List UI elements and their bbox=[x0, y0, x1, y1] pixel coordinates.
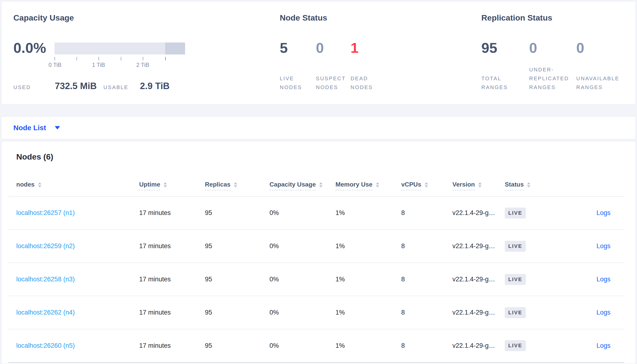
sort-icon bbox=[527, 182, 530, 188]
column-header-nodes[interactable]: nodes bbox=[8, 168, 139, 196]
cluster-overview-page: Capacity Usage 0.0% bbox=[0, 0, 637, 364]
under-replicated-ranges-stat: 0 UNDER- REPLICATED RANGES bbox=[529, 40, 576, 92]
axis-tick-label: 0 TiB bbox=[49, 62, 62, 68]
sort-icon bbox=[319, 182, 323, 188]
axis-tick bbox=[99, 57, 99, 60]
status-badge: LIVE bbox=[505, 208, 526, 218]
axis-tick bbox=[121, 57, 121, 60]
uptime-cell: 17 minutes bbox=[139, 196, 205, 230]
unavailable-ranges-label: UNAVAILABLE RANGES bbox=[576, 74, 635, 92]
column-header-version[interactable]: Version bbox=[452, 168, 505, 196]
column-header-logs bbox=[562, 168, 624, 196]
status-badge: LIVE bbox=[505, 274, 526, 285]
version-cell: v22.1.4-29-g… bbox=[452, 296, 505, 329]
node-list-dropdown[interactable]: Node List bbox=[14, 124, 46, 132]
replicas-cell: 95 bbox=[205, 296, 269, 329]
sort-icon bbox=[38, 182, 41, 188]
replicas-cell: 95 bbox=[205, 230, 269, 263]
node-link[interactable]: localhost:26262 (n4) bbox=[16, 309, 75, 316]
unavailable-ranges-stat: 0 UNAVAILABLE RANGES bbox=[576, 40, 635, 92]
logs-link[interactable]: Logs bbox=[596, 209, 610, 216]
sort-icon bbox=[376, 182, 379, 188]
uptime-cell: 17 minutes bbox=[139, 296, 205, 329]
memory-use-cell: 1% bbox=[336, 196, 401, 230]
axis-tick bbox=[77, 57, 77, 60]
uptime-cell: 17 minutes bbox=[139, 329, 205, 362]
replicas-cell: 95 bbox=[205, 329, 269, 362]
column-header-status[interactable]: Status bbox=[505, 168, 562, 196]
capacity-bar-gauge: 0 TiB 1 TiB 2 TiB bbox=[55, 42, 185, 68]
live-nodes-stat: 5 LIVE NODES bbox=[280, 40, 316, 92]
nodes-table: nodes Uptime Replicas Capacity Usage bbox=[8, 168, 624, 363]
axis-tick-label: 2 TiB bbox=[136, 62, 149, 68]
memory-use-cell: 1% bbox=[336, 263, 401, 296]
capacity-axis: 0 TiB 1 TiB 2 TiB bbox=[55, 54, 185, 68]
usable-label: USABLE bbox=[103, 84, 128, 90]
live-nodes-label: LIVE NODES bbox=[280, 74, 316, 92]
dead-nodes-label: DEAD NODES bbox=[351, 74, 398, 92]
capacity-usage-cell: 0% bbox=[269, 296, 336, 329]
nodes-heading: Nodes (6) bbox=[16, 152, 635, 162]
node-link[interactable]: localhost:26258 (n3) bbox=[16, 276, 75, 283]
table-row: localhost:26260 (n5) 17 minutes 95 0% 1%… bbox=[8, 329, 624, 362]
suspect-nodes-stat: 0 SUSPECT NODES bbox=[316, 40, 351, 92]
used-label: USED bbox=[14, 84, 31, 90]
table-row: localhost:26262 (n4) 17 minutes 95 0% 1%… bbox=[8, 296, 624, 329]
memory-use-cell: 1% bbox=[336, 230, 401, 263]
column-header-capacity-usage[interactable]: Capacity Usage bbox=[269, 168, 336, 196]
version-cell: v22.1.4-29-g… bbox=[452, 329, 505, 362]
total-ranges-stat: 95 TOTAL RANGES bbox=[481, 40, 529, 92]
used-value: 732.5 MiB bbox=[55, 81, 97, 91]
replication-status-section: Replication Status 95 TOTAL RANGES 0 UND… bbox=[481, 13, 635, 104]
column-header-uptime[interactable]: Uptime bbox=[139, 168, 205, 196]
sort-icon bbox=[425, 182, 428, 188]
logs-link[interactable]: Logs bbox=[596, 242, 610, 250]
sort-icon bbox=[164, 182, 167, 188]
replication-status-title: Replication Status bbox=[481, 13, 635, 22]
cluster-summary-panel: Capacity Usage 0.0% bbox=[1, 1, 636, 104]
replicas-cell: 95 bbox=[205, 196, 269, 230]
total-ranges-count: 95 bbox=[481, 40, 529, 56]
logs-link[interactable]: Logs bbox=[596, 309, 610, 316]
node-link[interactable]: localhost:26260 (n5) bbox=[16, 342, 75, 349]
table-header-row: nodes Uptime Replicas Capacity Usage bbox=[8, 168, 624, 196]
vcpus-cell: 8 bbox=[401, 296, 452, 329]
version-cell: v22.1.4-29-g… bbox=[452, 230, 505, 263]
vcpus-cell: 8 bbox=[401, 230, 452, 263]
node-link[interactable]: localhost:26259 (n2) bbox=[16, 242, 75, 250]
capacity-bar-overflow-segment bbox=[165, 42, 185, 54]
suspect-nodes-label: SUSPECT NODES bbox=[316, 74, 351, 92]
axis-tick bbox=[143, 57, 143, 60]
column-header-vcpus[interactable]: vCPUs bbox=[401, 168, 452, 196]
capacity-usage-cell: 0% bbox=[269, 329, 336, 362]
capacity-usage-cell: 0% bbox=[269, 230, 336, 263]
logs-link[interactable]: Logs bbox=[596, 276, 610, 283]
table-row: localhost:26259 (n2) 17 minutes 95 0% 1%… bbox=[8, 230, 624, 263]
axis-tick bbox=[165, 57, 166, 60]
axis-tick-label: 1 TiB bbox=[92, 62, 105, 68]
logs-link[interactable]: Logs bbox=[596, 342, 610, 349]
sort-icon bbox=[234, 182, 237, 188]
dead-nodes-count: 1 bbox=[351, 40, 398, 56]
capacity-usage-section: Capacity Usage 0.0% bbox=[14, 13, 280, 104]
capacity-usage-cell: 0% bbox=[269, 263, 336, 296]
node-status-title: Node Status bbox=[280, 13, 481, 22]
uptime-cell: 17 minutes bbox=[139, 263, 205, 296]
column-header-memory-use[interactable]: Memory Use bbox=[336, 168, 401, 196]
capacity-bar-usable-segment bbox=[55, 42, 165, 54]
capacity-usage-title: Capacity Usage bbox=[14, 13, 280, 22]
axis-tick bbox=[55, 57, 55, 60]
unavailable-ranges-count: 0 bbox=[576, 40, 635, 56]
under-replicated-ranges-label: UNDER- REPLICATED RANGES bbox=[529, 65, 576, 92]
status-badge: LIVE bbox=[505, 241, 526, 252]
vcpus-cell: 8 bbox=[401, 263, 452, 296]
under-replicated-ranges-count: 0 bbox=[529, 40, 576, 56]
suspect-nodes-count: 0 bbox=[316, 40, 351, 56]
view-selector-bar[interactable]: Node List bbox=[1, 116, 636, 139]
table-row: localhost:26257 (n1) 17 minutes 95 0% 1%… bbox=[8, 196, 624, 230]
capacity-usage-cell: 0% bbox=[269, 196, 336, 230]
column-header-replicas[interactable]: Replicas bbox=[205, 168, 269, 196]
vcpus-cell: 8 bbox=[401, 196, 452, 230]
table-row: localhost:26258 (n3) 17 minutes 95 0% 1%… bbox=[8, 263, 624, 296]
node-link[interactable]: localhost:26257 (n1) bbox=[16, 209, 75, 216]
